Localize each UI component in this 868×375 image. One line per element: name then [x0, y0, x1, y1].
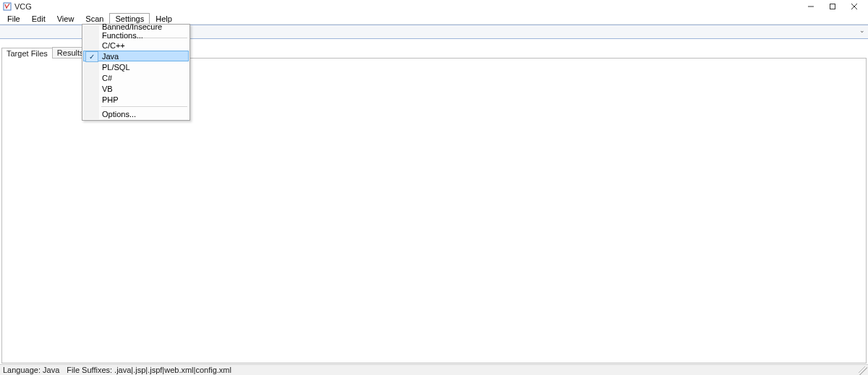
menu-file[interactable]: File [1, 13, 26, 24]
menu-settings[interactable]: Settings [109, 13, 150, 24]
status-bar: Language: Java File Suffixes: .java|.jsp… [0, 364, 868, 375]
menu-item-csharp[interactable]: C# [83, 72, 189, 83]
status-language: Language: Java [3, 366, 59, 374]
menu-edit[interactable]: Edit [26, 13, 51, 24]
settings-dropdown: Banned/Insecure Functions... C/C++ ✓ Jav… [82, 24, 190, 121]
menu-view[interactable]: View [51, 13, 80, 24]
menu-item-banned-functions[interactable]: Banned/Insecure Functions... [83, 25, 189, 36]
toolbar-overflow-icon[interactable]: ⌄ [859, 27, 865, 34]
menu-bar: File Edit View Scan Settings Help [0, 13, 868, 25]
close-button[interactable] [843, 1, 865, 12]
tab-target-files[interactable]: Target Files [1, 48, 53, 59]
menu-separator [101, 106, 187, 107]
app-title: VCG [14, 2, 32, 11]
svg-rect-2 [830, 4, 835, 9]
menu-item-java-label: Java [102, 52, 119, 61]
resize-grip-icon[interactable] [859, 366, 867, 375]
check-icon: ✓ [85, 51, 98, 62]
menu-item-php[interactable]: PHP [83, 94, 189, 105]
menu-item-options[interactable]: Options... [83, 108, 189, 119]
maximize-button[interactable] [822, 1, 843, 12]
minimize-button[interactable] [800, 1, 822, 12]
menu-item-plsql[interactable]: PL/SQL [83, 61, 189, 72]
title-bar: VCG [0, 0, 868, 13]
status-suffixes: File Suffixes: .java|.jsp|.jspf|web.xml|… [67, 366, 231, 374]
menu-item-ccpp[interactable]: C/C++ [83, 40, 189, 51]
app-icon [3, 2, 12, 11]
menu-item-java[interactable]: ✓ Java [83, 51, 189, 61]
menu-item-vb[interactable]: VB [83, 83, 189, 94]
window-controls [800, 1, 865, 12]
